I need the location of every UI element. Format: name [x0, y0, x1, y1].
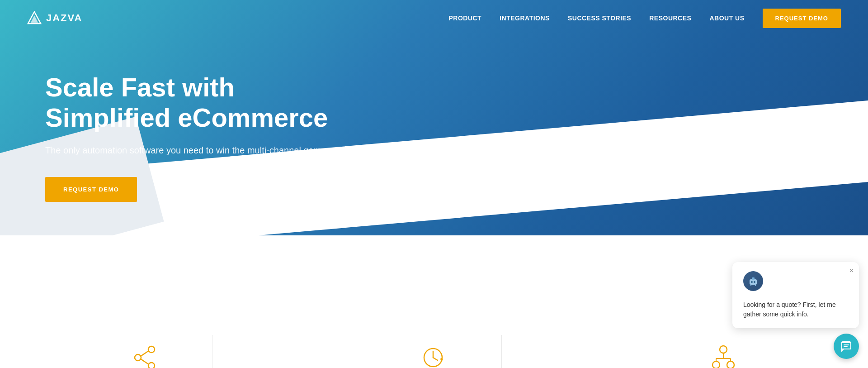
chat-widget: × Looking for a quote? First, let me gat…	[732, 262, 859, 359]
svg-point-23	[753, 277, 754, 278]
nav-item-product[interactable]: PRODUCT	[448, 14, 481, 22]
svg-point-20	[754, 281, 755, 283]
svg-line-6	[141, 359, 149, 364]
hero-title: Scale Fast with Simplified eCommerce	[45, 72, 362, 133]
nav-item-success-stories[interactable]: SUCCESS STORIES	[568, 14, 631, 22]
chat-bubble: × Looking for a quote? First, let me gat…	[732, 262, 859, 328]
svg-point-3	[135, 354, 141, 361]
svg-line-9	[433, 358, 438, 360]
svg-point-4	[148, 363, 155, 368]
request-demo-hero-button[interactable]: REQUEST DEMO	[45, 177, 137, 202]
jazva-logo-icon	[27, 11, 42, 25]
bot-icon	[747, 275, 760, 287]
svg-point-2	[148, 346, 155, 353]
logo-text: JAZVA	[46, 12, 83, 24]
share-icon-wrap	[131, 344, 158, 368]
svg-rect-17	[750, 279, 757, 285]
main-nav: PRODUCT INTEGRATIONS SUCCESS STORIES RES…	[448, 9, 841, 28]
chat-toggle-button[interactable]	[834, 334, 859, 359]
site-header: JAZVA PRODUCT INTEGRATIONS SUCCESS STORI…	[0, 0, 868, 36]
hero-subtitle: The only automation software you need to…	[45, 143, 362, 157]
chat-toggle-icon	[840, 340, 853, 353]
feature-clock	[366, 335, 502, 368]
logo[interactable]: JAZVA	[27, 11, 83, 25]
nav-item-integrations[interactable]: INTEGRATIONS	[500, 14, 550, 22]
clock-icon-wrap	[420, 344, 448, 368]
nav-item-resources[interactable]: RESOURCES	[649, 14, 691, 22]
chat-close-button[interactable]: ×	[849, 267, 854, 275]
chat-bubble-header	[743, 271, 848, 296]
chat-avatar	[743, 271, 763, 291]
svg-line-5	[141, 351, 149, 356]
share-icon	[131, 344, 158, 368]
request-demo-nav-button[interactable]: REQUEST DEMO	[763, 9, 841, 28]
svg-point-10	[720, 346, 727, 353]
feature-share	[77, 335, 212, 368]
svg-point-19	[751, 281, 753, 283]
chat-message: Looking for a quote? First, let me gathe…	[743, 300, 848, 319]
svg-point-12	[727, 361, 734, 368]
clock-icon	[420, 344, 448, 368]
hero-section: JAZVA PRODUCT INTEGRATIONS SUCCESS STORI…	[0, 0, 868, 235]
nav-item-about-us[interactable]: ABOUT US	[709, 14, 744, 22]
svg-point-11	[712, 361, 720, 368]
